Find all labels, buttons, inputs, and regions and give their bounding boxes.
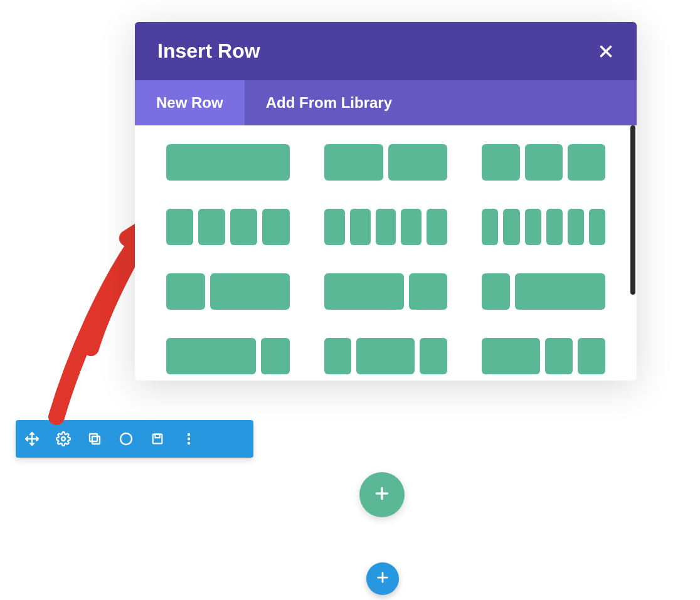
- add-row-button[interactable]: [359, 472, 405, 517]
- modal-body: [135, 125, 637, 381]
- layout-3-4_1-4[interactable]: [166, 338, 290, 374]
- gear-icon[interactable]: [55, 430, 72, 448]
- layout-1-4_1-2_1-4[interactable]: [324, 338, 448, 374]
- layout-col: [546, 209, 563, 245]
- layout-1-col[interactable]: [166, 144, 290, 181]
- layout-col: [261, 338, 289, 374]
- layout-col: [525, 209, 541, 245]
- layout-col: [482, 338, 540, 374]
- insert-row-modal: Insert Row New Row Add From Library: [135, 22, 637, 381]
- layout-3-col[interactable]: [482, 144, 605, 181]
- layout-col: [420, 338, 447, 374]
- svg-rect-1: [92, 436, 100, 444]
- layout-2-col[interactable]: [324, 144, 448, 181]
- scrollbar[interactable]: [630, 125, 635, 295]
- layout-col: [324, 273, 404, 310]
- layout-1-2_1-4_1-4[interactable]: [482, 338, 605, 374]
- plus-icon: [374, 485, 390, 504]
- duplicate-icon[interactable]: [86, 430, 103, 448]
- close-icon[interactable]: [598, 43, 614, 60]
- layout-col: [324, 144, 383, 181]
- layout-col: [482, 144, 519, 181]
- layout-2-3_1-3[interactable]: [324, 273, 448, 310]
- layout-col: [515, 273, 605, 310]
- layout-col: [401, 209, 422, 245]
- svg-rect-5: [155, 434, 159, 438]
- layout-col: [198, 209, 225, 245]
- layout-col: [503, 209, 519, 245]
- add-section-button[interactable]: [366, 562, 399, 595]
- layout-col: [166, 273, 205, 310]
- modal-title: Insert Row: [157, 39, 260, 63]
- layout-col: [230, 209, 257, 245]
- svg-point-7: [188, 438, 190, 440]
- layout-col: [166, 209, 193, 245]
- layout-col: [324, 338, 352, 374]
- layout-col: [578, 338, 605, 374]
- layout-col: [482, 209, 498, 245]
- layout-col: [525, 144, 563, 181]
- layout-col: [376, 209, 396, 245]
- layout-col: [589, 209, 605, 245]
- layout-6-col[interactable]: [482, 209, 605, 245]
- svg-point-3: [120, 433, 132, 445]
- layout-4-col[interactable]: [166, 209, 290, 245]
- menu-icon[interactable]: [180, 430, 198, 448]
- layout-col: [356, 338, 415, 374]
- layout-col: [350, 209, 371, 245]
- svg-point-6: [188, 433, 190, 436]
- tab-new-row[interactable]: New Row: [135, 80, 245, 125]
- svg-rect-4: [153, 434, 162, 444]
- svg-rect-2: [90, 434, 97, 441]
- layout-col: [324, 209, 345, 245]
- section-toolbar: [16, 420, 253, 458]
- layout-col: [482, 273, 510, 310]
- svg-point-0: [61, 437, 65, 441]
- layout-col: [568, 209, 584, 245]
- layout-grid: [166, 144, 605, 374]
- modal-header: Insert Row: [135, 22, 637, 80]
- layout-col: [545, 338, 573, 374]
- plus-icon: [376, 571, 390, 587]
- layout-col: [262, 209, 289, 245]
- move-icon[interactable]: [23, 430, 41, 448]
- layout-col: [166, 338, 256, 374]
- layout-col: [210, 273, 290, 310]
- layout-col: [568, 144, 605, 181]
- modal-tabs: New Row Add From Library: [135, 80, 637, 125]
- layout-5-col[interactable]: [324, 209, 448, 245]
- save-icon[interactable]: [149, 430, 166, 448]
- layout-col: [427, 209, 447, 245]
- layout-1-3_2-3[interactable]: [166, 273, 290, 310]
- layout-col: [166, 144, 290, 181]
- layout-col: [388, 144, 447, 181]
- layout-1-4_3-4[interactable]: [482, 273, 605, 310]
- layout-col: [409, 273, 448, 310]
- color-icon[interactable]: [117, 430, 135, 448]
- tab-add-from-library[interactable]: Add From Library: [245, 80, 413, 125]
- svg-point-8: [188, 442, 190, 445]
